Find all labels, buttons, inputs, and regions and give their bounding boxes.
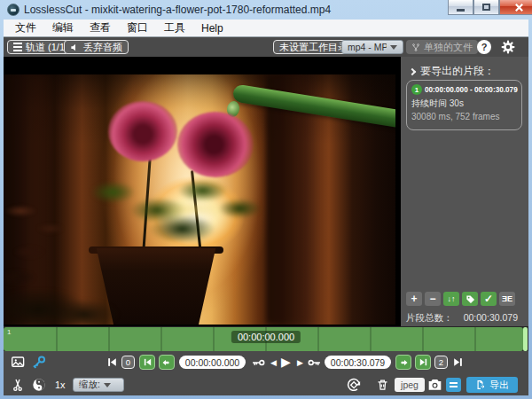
segment-frames: 30080 ms, 752 frames [411, 112, 517, 121]
segments-panel: 要导出的片段： 1 00:00:00.000 - 00:00:30.079 持续… [401, 57, 528, 326]
export-button[interactable]: 导出 [466, 377, 518, 393]
app-logo-icon [7, 4, 20, 16]
invert-segments-yinyang-icon[interactable] [32, 378, 46, 392]
segment-duration: 持续时间 30s [411, 98, 517, 110]
label-segment-button[interactable] [462, 292, 478, 306]
select-segments-button[interactable]: ✓ [481, 292, 497, 306]
menu-bar: 文件 编辑 查看 窗口 工具 Help [4, 20, 528, 37]
segment-number-badge: 1 [411, 84, 422, 95]
playback-rate: 1x [55, 379, 66, 390]
window-title: LosslessCut - mixkit-watering-a-flower-p… [24, 4, 331, 16]
merge-files-icon[interactable] [446, 378, 461, 392]
settings-gear-icon[interactable] [500, 39, 516, 55]
window-controls [448, 0, 532, 15]
timeline-current-time: 00:00:00.000 [231, 331, 301, 343]
jump-cut-start-button[interactable]: 0 [121, 356, 135, 369]
title-bar[interactable]: LosslessCut - mixkit-watering-a-flower-p… [0, 0, 532, 20]
segment-card[interactable]: 1 00:00:00.000 - 00:00:30.079 持续时间 30s 3… [406, 80, 522, 130]
discard-audio-button[interactable]: 丢弃音频 [64, 40, 129, 54]
close-button[interactable] [499, 0, 532, 15]
chevron-down-icon [390, 45, 397, 50]
hand-left-icon [161, 357, 172, 368]
prev-keyframe-icon[interactable] [252, 358, 265, 367]
fork-icon [411, 43, 420, 52]
timeline-tick [422, 327, 424, 351]
segments-total-label: 片段总数： [406, 312, 453, 325]
minimize-icon [457, 9, 465, 12]
keyframes-key-icon[interactable] [32, 355, 46, 370]
jump-cut-end-seek-button[interactable] [415, 355, 431, 370]
capture-format-button[interactable]: jpeg [395, 378, 425, 392]
help-button[interactable]: ? [477, 40, 491, 54]
segment-time-range: 00:00:00.000 - 00:00:30.079 [425, 86, 518, 94]
timeline-tick [108, 327, 110, 351]
remove-segment-button[interactable]: − [425, 292, 441, 306]
chevron-right-icon [409, 68, 416, 75]
tracks-icon [13, 46, 22, 48]
step-back-icon[interactable]: ◀ [270, 358, 277, 367]
play-button[interactable]: ▶ [281, 355, 291, 369]
timeline-tick [370, 327, 372, 351]
segments-header[interactable]: 要导出的片段： [410, 64, 495, 79]
video-flower-left [108, 101, 177, 161]
timeline-zoom-select[interactable]: 缩放: [73, 378, 124, 392]
cut-end-time-input[interactable]: 00:00:30.079 [325, 356, 391, 369]
app-window: LosslessCut - mixkit-watering-a-flower-p… [0, 0, 532, 399]
menu-window[interactable]: 窗口 [119, 19, 156, 37]
jump-cut-start-seek-button[interactable] [139, 355, 155, 370]
timeline-segment-number: 1 [7, 328, 11, 336]
transport-bar: 0 00:00:00.000 ◀ ▶ ▶ 00:00:30.079 [4, 351, 528, 374]
menu-view[interactable]: 查看 [82, 19, 119, 37]
video-backlit-leaves [110, 181, 243, 234]
top-toolbar: 轨道 (1/1) 丢弃音频 未设置工作目录 mp4 - MP4 ( 单独的文件 … [4, 37, 528, 57]
menu-file[interactable]: 文件 [7, 19, 44, 37]
bottom-toolbar: 1x 缩放: jpeg [4, 374, 528, 395]
add-segment-button[interactable]: + [406, 292, 422, 306]
timeline-tick [213, 327, 215, 351]
timeline-tick [317, 327, 319, 351]
next-keyframe-icon[interactable] [308, 358, 321, 367]
separate-files-button[interactable]: 单独的文件 [406, 40, 478, 54]
video-flower-right [177, 112, 254, 177]
cut-start-time-input[interactable]: 00:00:00.000 [179, 356, 246, 369]
timeline-tick [160, 327, 162, 351]
thumbnails-icon[interactable] [11, 356, 26, 369]
export-icon [475, 379, 486, 390]
seek-end-icon[interactable] [452, 356, 464, 368]
hand-right-icon [398, 357, 409, 368]
minimize-button[interactable] [448, 0, 473, 15]
close-icon [514, 3, 524, 12]
timeline-end-handle[interactable] [523, 327, 528, 351]
app-client-area: 轨道 (1/1) 丢弃音频 未设置工作目录 mp4 - MP4 ( 单独的文件 … [4, 37, 528, 395]
camera-icon[interactable] [427, 378, 442, 391]
seek-start-icon[interactable] [106, 356, 118, 368]
output-format-select[interactable]: mp4 - MP4 ( [341, 40, 403, 54]
jump-cut-end-button[interactable]: 2 [434, 356, 448, 369]
trash-icon[interactable] [376, 378, 389, 392]
rotate-icon[interactable] [346, 377, 362, 393]
maximize-icon [482, 4, 490, 11]
segments-total-row: 片段总数： 00:00:30.079 [406, 312, 518, 325]
skip-start-icon [143, 357, 153, 367]
set-cut-end-button[interactable] [395, 355, 411, 370]
chevron-down-icon [104, 383, 111, 387]
tag-icon [466, 294, 475, 304]
timeline-tick [474, 327, 476, 351]
step-forward-icon[interactable]: ▶ [297, 358, 303, 367]
segment-mode-button[interactable]: ƎE [499, 292, 515, 306]
menu-tools[interactable]: 工具 [156, 19, 193, 37]
set-cut-start-button[interactable] [159, 355, 175, 370]
skip-end-icon [419, 357, 428, 367]
sort-segments-button[interactable]: ↓↑ [443, 292, 459, 306]
menu-edit[interactable]: 编辑 [44, 19, 82, 37]
video-foreground-foliage [4, 275, 119, 325]
cut-scissors-icon[interactable] [11, 378, 25, 392]
timeline-tick [56, 327, 58, 351]
speaker-icon [70, 43, 80, 52]
maximize-button[interactable] [473, 0, 499, 15]
video-preview[interactable] [4, 74, 395, 325]
segment-actions: + − ↓↑ ✓ ƎE [406, 292, 515, 306]
menu-help[interactable]: Help [193, 20, 231, 36]
timeline[interactable]: 1 00:00:00.000 [4, 326, 528, 351]
video-player-area[interactable] [4, 57, 401, 326]
